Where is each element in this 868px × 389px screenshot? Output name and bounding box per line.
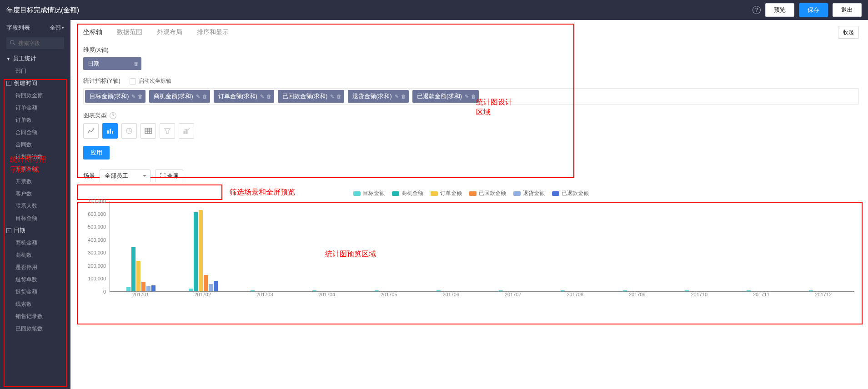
bar [623,290,627,291]
sidebar-item[interactable]: 退货金额 [0,286,70,298]
edit-icon[interactable]: ✎ [330,94,334,100]
delete-icon[interactable]: 🗑 [401,94,406,100]
delete-icon[interactable]: 🗑 [471,94,476,100]
legend-item[interactable]: 商机金额 [392,190,423,197]
bar-group [809,290,838,291]
bar-group [437,290,466,291]
legend-item[interactable]: 订单金额 [431,190,462,197]
svg-rect-3 [110,129,111,134]
x-tick: 201707 [482,292,544,300]
legend-item[interactable]: 已回款金额 [469,190,506,197]
edit-icon[interactable]: ✎ [260,94,264,100]
sidebar-item[interactable]: 订单数 [0,114,70,126]
legend-item[interactable]: 已退款金额 [552,190,589,197]
legend-item[interactable]: 退货金额 [513,190,545,197]
metric-chip[interactable]: 已退款金额(求和)✎🗑 [412,90,479,103]
help-icon[interactable]: ? [753,6,761,14]
sidebar-item[interactable]: 合同金额 [0,126,70,139]
sidebar-item[interactable]: 销售记录数 [0,310,70,323]
chart-type-pie[interactable] [121,123,137,139]
y-tick: 500,000 [88,224,106,229]
chart-type-funnel[interactable] [160,123,175,139]
sidebar-item[interactable]: 开票金额 [0,163,70,175]
metric-chip[interactable]: 退货金额(求和)✎🗑 [348,90,408,103]
sidebar-filter-all[interactable]: 全部 ▾ [50,24,64,32]
sidebar-item[interactable]: 客户数 [0,188,70,200]
edit-icon[interactable]: ✎ [131,94,135,100]
tab-axis[interactable]: 坐标轴 [83,25,102,39]
sidebar-item[interactable]: 计划拜访数 [0,151,70,163]
bar [141,282,146,291]
chart-type-combo[interactable] [179,123,194,139]
caret-down-icon: ▼ [6,57,10,61]
metric-chip[interactable]: 已回款金额(求和)✎🗑 [278,90,344,103]
x-tick: 201708 [544,292,607,300]
sidebar-item[interactable]: 开票数 [0,175,70,188]
bar-group [623,290,652,291]
bar [209,284,213,291]
apply-button[interactable]: 应用 [83,146,110,160]
scene-label: 场景 [83,172,95,180]
edit-icon[interactable]: ✎ [395,94,399,100]
metric-chip[interactable]: 商机金额(求和)✎🗑 [149,90,210,103]
delete-icon[interactable]: 🗑 [138,94,143,100]
sidebar-group-stat[interactable]: ▼员工统计 [0,53,70,65]
sidebar-item[interactable]: 是否停用 [0,261,70,274]
bar-group [561,290,590,291]
bar-group [251,290,280,291]
preview-button[interactable]: 预览 [765,3,794,17]
main: 字段列表 全部 ▾ ▼员工统计 部门 +创建时间 待回款金额订单金额订单数合同金… [0,20,868,389]
delete-icon[interactable]: 🗑 [336,94,341,100]
tab-sort[interactable]: 排序和显示 [197,25,229,39]
delete-icon[interactable]: 🗑 [266,94,271,100]
chart-type-table[interactable] [140,123,156,139]
y-tick: 0 [103,289,106,294]
chart-type-line[interactable] [83,123,99,139]
bar [194,212,198,291]
header-buttons: ? 预览 保存 退出 [753,3,862,17]
sidebar-item[interactable]: 订单金额 [0,102,70,114]
metric-chip[interactable]: 订单金额(求和)✎🗑 [214,90,274,103]
bar-group [747,290,776,291]
exit-button[interactable]: 退出 [833,3,862,17]
bar [146,286,151,291]
fullscreen-button[interactable]: 全屏 [155,170,183,182]
sidebar: 字段列表 全部 ▾ ▼员工统计 部门 +创建时间 待回款金额订单金额订单数合同金… [0,20,70,389]
chart-type-bar[interactable] [102,123,118,139]
svg-rect-4 [112,131,113,134]
sidebar-item[interactable]: 商机金额 [0,237,70,249]
scene-select[interactable]: 全部员工 [100,170,151,182]
help-icon[interactable]: ? [110,112,116,119]
sidebar-item[interactable]: 联系人数 [0,200,70,212]
app-header: 年度目标完成情况(金额) ? 预览 保存 退出 [0,0,868,20]
bar [561,290,565,291]
bar [251,290,255,291]
sidebar-item[interactable]: 商机数 [0,249,70,261]
save-button[interactable]: 保存 [799,3,828,17]
sidebar-item[interactable]: 线索数 [0,298,70,310]
sidebar-item[interactable]: 已回款笔数 [0,323,70,335]
sidebar-group-date[interactable]: +日期 [0,224,70,237]
secondary-axis-checkbox[interactable] [130,78,136,85]
tab-layout[interactable]: 外观布局 [157,25,182,39]
sidebar-item[interactable]: 部门 [0,65,70,77]
delete-icon[interactable]: 🗑 [134,61,139,66]
tab-range[interactable]: 数据范围 [117,25,142,39]
edit-icon[interactable]: ✎ [465,94,469,100]
collapse-button[interactable]: 收起 [838,26,859,39]
y-axis: 0100,000200,000300,000400,000500,000600,… [83,201,109,292]
bar-group [126,247,156,291]
sidebar-item[interactable]: 退货单数 [0,274,70,286]
sidebar-item[interactable]: 合同数 [0,139,70,151]
legend-item[interactable]: 目标金额 [353,190,385,197]
dimension-chip-date[interactable]: 日期 🗑 [83,57,141,70]
delete-icon[interactable]: 🗑 [202,94,207,100]
sidebar-item[interactable]: 目标金额 [0,212,70,224]
sidebar-item[interactable]: 待回款金额 [0,90,70,102]
fullscreen-icon [160,173,166,180]
bar [214,281,218,291]
metric-chip[interactable]: 目标金额(求和)✎🗑 [85,90,146,103]
bar [437,290,441,291]
edit-icon[interactable]: ✎ [196,94,200,100]
sidebar-group-time[interactable]: +创建时间 [0,77,70,90]
